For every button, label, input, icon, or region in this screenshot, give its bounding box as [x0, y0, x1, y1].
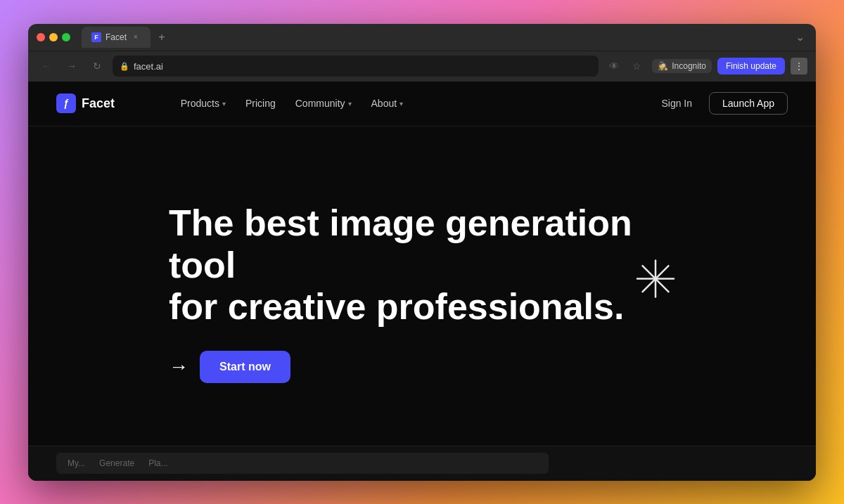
products-chevron-icon: ▾	[222, 100, 226, 108]
panel-item-1: My...	[68, 458, 85, 468]
start-now-button[interactable]: Start now	[200, 351, 290, 383]
site-logo[interactable]: ƒ Facet	[56, 93, 115, 113]
bottom-panel-content: My... Generate Pla...	[56, 453, 549, 474]
incognito-badge: 🕵 Incognito	[652, 59, 712, 73]
arrow-decoration-icon: →	[169, 356, 188, 378]
panel-item-2: Generate	[99, 458, 134, 468]
about-chevron-icon: ▾	[399, 100, 403, 108]
browser-window: F Facet × + ⌄ ← → ↻ 🔒 facet.ai 👁 ☆ 🕵 Inc…	[28, 24, 816, 481]
url-bar[interactable]: 🔒 facet.ai	[113, 56, 599, 77]
nav-link-community[interactable]: Community ▾	[287, 93, 360, 113]
hero-title: The best image generation tool for creat…	[169, 202, 661, 328]
eye-icon-button[interactable]: 👁	[604, 56, 624, 76]
community-chevron-icon: ▾	[348, 100, 352, 108]
bookmark-button[interactable]: ☆	[627, 56, 646, 76]
nav-links: Products ▾ Pricing Community ▾ About ▾	[172, 93, 411, 113]
logo-icon: ƒ	[56, 93, 76, 113]
bottom-panel: My... Generate Pla...	[28, 446, 816, 481]
panel-item-3: Pla...	[148, 458, 167, 468]
tab-area: F Facet × +	[82, 27, 170, 48]
address-actions: 👁 ☆	[604, 56, 646, 76]
nav-actions: Sign In Launch App	[653, 92, 788, 115]
close-window-button[interactable]	[37, 33, 45, 41]
back-button[interactable]: ←	[37, 56, 56, 76]
tab-title: Facet	[106, 32, 127, 42]
new-tab-button[interactable]: +	[153, 29, 170, 46]
traffic-lights	[37, 33, 70, 41]
minimize-window-button[interactable]	[49, 33, 58, 41]
sign-in-button[interactable]: Sign In	[653, 93, 701, 113]
nav-link-pricing[interactable]: Pricing	[237, 93, 284, 113]
url-text: facet.ai	[134, 61, 163, 72]
tab-favicon-icon: F	[91, 32, 101, 42]
hero-section: The best image generation tool for creat…	[28, 127, 816, 446]
nav-link-about[interactable]: About ▾	[363, 93, 412, 113]
nav-link-products[interactable]: Products ▾	[172, 93, 234, 113]
hero-title-line1: The best image generation tool	[169, 202, 632, 285]
hero-title-line2: for creative professionals.	[169, 286, 624, 327]
products-label: Products	[181, 98, 219, 109]
finish-update-label: Finish update	[726, 61, 776, 71]
finish-update-button[interactable]: Finish update	[717, 58, 785, 75]
refresh-button[interactable]: ↻	[87, 56, 107, 76]
title-bar: F Facet × + ⌄	[28, 24, 816, 51]
window-controls: ⌄	[793, 27, 807, 46]
incognito-icon: 🕵	[658, 61, 668, 71]
incognito-label: Incognito	[672, 61, 706, 71]
tab-close-button[interactable]: ×	[131, 32, 141, 42]
window-more-button[interactable]: ⌄	[793, 27, 807, 46]
launch-app-button[interactable]: Launch App	[709, 92, 788, 115]
lock-icon: 🔒	[120, 62, 129, 71]
asterisk-decoration-icon	[636, 259, 675, 304]
site-navigation: ƒ Facet Products ▾ Pricing Community ▾ A…	[28, 82, 816, 127]
forward-button[interactable]: →	[62, 56, 82, 76]
page-content: ƒ Facet Products ▾ Pricing Community ▾ A…	[28, 82, 816, 481]
logo-text: Facet	[82, 96, 115, 111]
community-label: Community	[295, 98, 345, 109]
about-label: About	[371, 98, 397, 109]
three-dot-button[interactable]: ⋮	[791, 58, 807, 75]
browser-tab[interactable]: F Facet ×	[82, 27, 151, 48]
maximize-window-button[interactable]	[62, 33, 70, 41]
pricing-label: Pricing	[245, 98, 276, 109]
hero-cta: → Start now	[169, 351, 788, 383]
address-bar: ← → ↻ 🔒 facet.ai 👁 ☆ 🕵 Incognito Finish …	[28, 51, 816, 82]
